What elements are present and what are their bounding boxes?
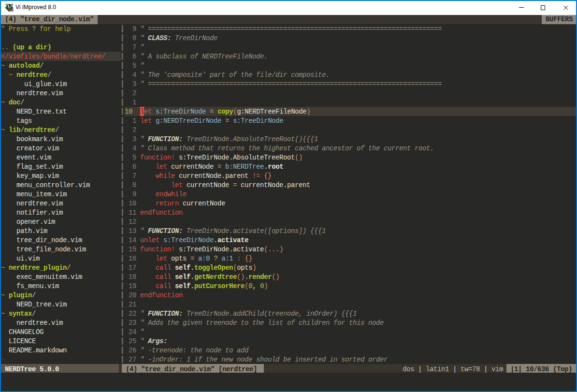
svg-text:im: im: [8, 7, 14, 12]
